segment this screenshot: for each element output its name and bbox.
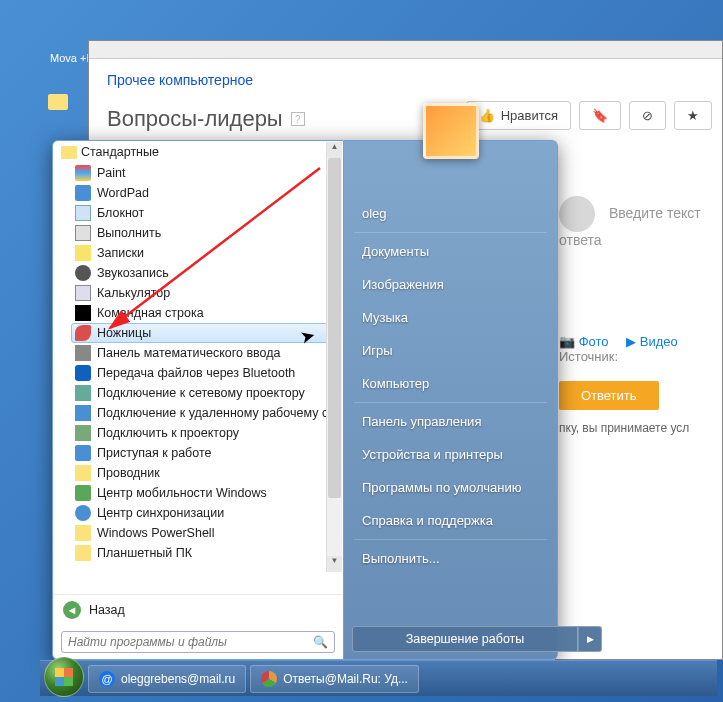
- program-label: WordPad: [97, 186, 149, 200]
- photo-link[interactable]: 📷 Фото: [559, 334, 609, 349]
- right-panel-item[interactable]: Изображения: [344, 268, 557, 301]
- user-avatar[interactable]: [423, 103, 479, 159]
- submit-button[interactable]: Ответить: [559, 381, 659, 410]
- taskbar-item[interactable]: @oleggrebens@mail.ru: [88, 665, 246, 693]
- folder-icon: [61, 146, 77, 159]
- back-arrow-icon: ◄: [63, 601, 81, 619]
- breadcrumb[interactable]: Прочее компьютерное: [107, 72, 253, 88]
- program-icon: [75, 325, 91, 341]
- program-label: Подключение к сетевому проектору: [97, 386, 305, 400]
- program-label: Windows PowerShell: [97, 526, 214, 540]
- right-panel-item[interactable]: Документы: [344, 235, 557, 268]
- like-button[interactable]: 👍Нравится: [466, 101, 571, 130]
- program-item[interactable]: Приступая к работе: [71, 443, 341, 463]
- program-icon: [75, 405, 91, 421]
- program-item[interactable]: Ножницы: [71, 323, 341, 343]
- separator: [354, 232, 547, 233]
- help-icon[interactable]: ?: [291, 112, 305, 126]
- scrollbar[interactable]: ▲ ▼: [326, 142, 342, 572]
- program-icon: [75, 345, 91, 361]
- folder-icon[interactable]: [48, 94, 68, 110]
- program-label: Калькулятор: [97, 286, 170, 300]
- start-menu-right-pane: olegДокументыИзображенияМузыкаИгрыКомпью…: [344, 140, 558, 660]
- right-panel-item[interactable]: Музыка: [344, 301, 557, 334]
- program-icon: [75, 365, 91, 381]
- program-item[interactable]: Центр мобильности Windows: [71, 483, 341, 503]
- folder-header[interactable]: Стандартные: [53, 141, 343, 163]
- back-button[interactable]: ◄ Назад: [53, 594, 343, 625]
- separator: [354, 539, 547, 540]
- program-label: Передача файлов через Bluetooth: [97, 366, 295, 380]
- program-item[interactable]: Передача файлов через Bluetooth: [71, 363, 341, 383]
- program-item[interactable]: Проводник: [71, 463, 341, 483]
- taskbar-item-label: Ответы@Mail.Ru: Уд...: [283, 672, 408, 686]
- program-icon: [75, 205, 91, 221]
- program-icon: [75, 225, 91, 241]
- shutdown-options-button[interactable]: ▶: [578, 626, 602, 652]
- program-label: Подключение к удаленному рабочему стол: [97, 406, 341, 420]
- program-list: PaintWordPadБлокнотВыполнитьЗапискиЗвуко…: [53, 163, 343, 594]
- program-item[interactable]: Блокнот: [71, 203, 341, 223]
- star-icon: ★: [687, 108, 699, 123]
- browser-titlebar: [89, 41, 722, 59]
- program-label: Планшетный ПК: [97, 546, 192, 560]
- program-icon: [75, 505, 91, 521]
- program-label: Проводник: [97, 466, 160, 480]
- program-item[interactable]: Командная строка: [71, 303, 341, 323]
- program-icon: [75, 425, 91, 441]
- program-icon: [75, 525, 91, 541]
- scroll-up-button[interactable]: ▲: [327, 142, 342, 158]
- program-icon: [75, 165, 91, 181]
- right-panel-item[interactable]: Компьютер: [344, 367, 557, 400]
- program-icon: [75, 465, 91, 481]
- right-panel-item[interactable]: Панель управления: [344, 405, 557, 438]
- right-panel-item[interactable]: Устройства и принтеры: [344, 438, 557, 471]
- program-label: Центр синхронизации: [97, 506, 224, 520]
- program-item[interactable]: Записки: [71, 243, 341, 263]
- separator: [354, 402, 547, 403]
- right-panel-item[interactable]: Программы по умолчанию: [344, 471, 557, 504]
- right-panel-item[interactable]: oleg: [344, 197, 557, 230]
- taskbar-item-label: oleggrebens@mail.ru: [121, 672, 235, 686]
- avatar: [559, 196, 595, 232]
- program-item[interactable]: Подключение к удаленному рабочему стол: [71, 403, 341, 423]
- bookmark-button[interactable]: 🔖: [579, 101, 621, 130]
- program-item[interactable]: WordPad: [71, 183, 341, 203]
- program-item[interactable]: Paint: [71, 163, 341, 183]
- start-menu-left-pane: Стандартные PaintWordPadБлокнотВыполнить…: [52, 140, 344, 660]
- block-button[interactable]: ⊘: [629, 101, 666, 130]
- shutdown-button[interactable]: Завершение работы: [352, 626, 578, 652]
- program-item[interactable]: Панель математического ввода: [71, 343, 341, 363]
- program-label: Приступая к работе: [97, 446, 211, 460]
- program-item[interactable]: Планшетный ПК: [71, 543, 341, 563]
- thumb-icon: 👍: [479, 108, 495, 123]
- program-item[interactable]: Центр синхронизации: [71, 503, 341, 523]
- program-item[interactable]: Звукозапись: [71, 263, 341, 283]
- search-input[interactable]: [68, 635, 313, 649]
- source-label: Источник:: [559, 349, 618, 364]
- search-icon: 🔍: [313, 635, 328, 649]
- search-row: 🔍: [53, 625, 343, 659]
- taskbar-item[interactable]: Ответы@Mail.Ru: Уд...: [250, 665, 419, 693]
- program-item[interactable]: Выполнить: [71, 223, 341, 243]
- bookmark-icon: 🔖: [592, 108, 608, 123]
- program-icon: [75, 485, 91, 501]
- program-item[interactable]: Калькулятор: [71, 283, 341, 303]
- star-button[interactable]: ★: [674, 101, 712, 130]
- program-item[interactable]: Подключение к сетевому проектору: [71, 383, 341, 403]
- program-icon: [75, 305, 91, 321]
- program-item[interactable]: Подключить к проектору: [71, 423, 341, 443]
- right-panel-item[interactable]: Справка и поддержка: [344, 504, 557, 537]
- program-icon: [75, 185, 91, 201]
- search-box[interactable]: 🔍: [61, 631, 335, 653]
- video-link[interactable]: ▶ Видео: [626, 334, 678, 349]
- start-button[interactable]: [44, 657, 84, 697]
- page-title-text: Вопросы-лидеры: [107, 106, 283, 132]
- scroll-thumb[interactable]: [328, 158, 341, 498]
- scroll-down-button[interactable]: ▼: [327, 556, 342, 572]
- program-icon: [75, 385, 91, 401]
- right-panel-item[interactable]: Игры: [344, 334, 557, 367]
- right-panel-item[interactable]: Выполнить...: [344, 542, 557, 575]
- program-label: Панель математического ввода: [97, 346, 281, 360]
- program-item[interactable]: Windows PowerShell: [71, 523, 341, 543]
